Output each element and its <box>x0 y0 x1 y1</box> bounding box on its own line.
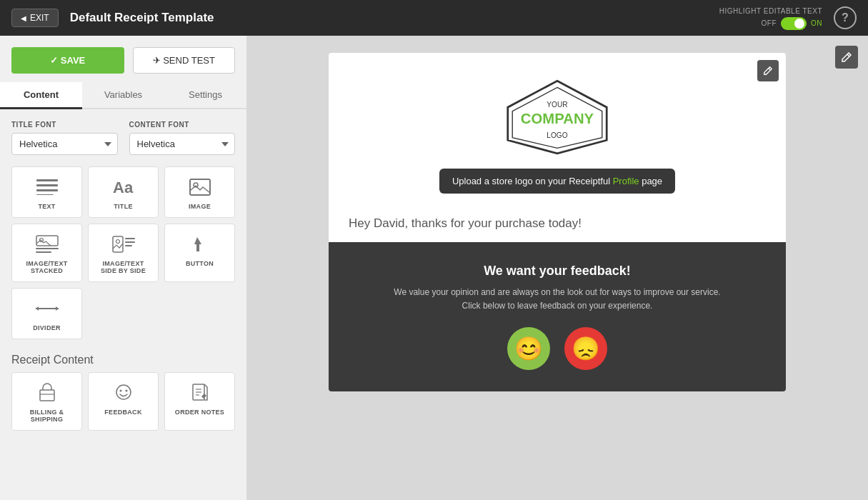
title-icon: Aa <box>113 177 134 197</box>
block-title-label: TITLE <box>114 203 133 210</box>
block-order-notes-label: ORDER NOTES <box>175 409 224 416</box>
image-text-stacked-icon <box>36 234 59 254</box>
button-icon <box>190 234 210 254</box>
svg-rect-15 <box>125 245 132 246</box>
svg-point-23 <box>125 390 127 392</box>
title-font-select[interactable]: Helvetica Arial Georgia <box>11 133 118 155</box>
svg-rect-9 <box>36 248 59 249</box>
logo-section: YOUR COMPANY LOGO Upload a store logo on… <box>329 53 786 208</box>
svg-rect-11 <box>113 236 123 252</box>
global-edit-button[interactable] <box>835 46 858 69</box>
svg-line-28 <box>847 54 849 56</box>
highlight-toggle[interactable] <box>781 17 807 30</box>
block-feedback-label: FEEDBACK <box>104 409 141 416</box>
greeting-section: Hey David, thanks for your purchase toda… <box>329 208 786 242</box>
svg-rect-1 <box>36 184 58 186</box>
profile-link[interactable]: Profile <box>613 176 639 186</box>
page-title: Default Receipt Template <box>70 11 708 25</box>
svg-text:YOUR: YOUR <box>547 101 567 109</box>
svg-rect-0 <box>36 179 58 181</box>
block-item-divider[interactable]: DIVIDER <box>11 288 82 339</box>
tab-variables[interactable]: Variables <box>82 82 164 109</box>
svg-rect-10 <box>36 251 51 253</box>
svg-rect-13 <box>125 238 135 239</box>
tab-content[interactable]: Content <box>0 82 82 109</box>
block-item-billing-shipping[interactable]: BILLING & SHIPPING <box>11 372 82 431</box>
block-item-feedback[interactable]: FEEDBACK <box>88 372 159 431</box>
save-button[interactable]: ✓ SAVE <box>11 47 124 74</box>
svg-text:Aa: Aa <box>113 179 134 196</box>
greeting-text: Hey David, thanks for your purchase toda… <box>349 216 766 231</box>
happy-emoji[interactable]: 😊 <box>507 327 550 370</box>
divider-icon <box>36 299 59 319</box>
svg-text:COMPANY: COMPANY <box>521 111 594 126</box>
exit-button[interactable]: EXIT <box>11 9 59 27</box>
block-item-order-notes[interactable]: ORDER NOTES <box>164 372 235 431</box>
svg-rect-3 <box>36 194 54 195</box>
svg-text:LOGO: LOGO <box>547 131 567 139</box>
block-billing-label: BILLING & SHIPPING <box>18 409 76 423</box>
image-text-side-icon <box>112 234 135 254</box>
svg-point-12 <box>116 240 119 244</box>
block-grid: TEXT Aa TITLE IMAGE IMAGE/T <box>0 166 246 345</box>
order-notes-icon <box>190 383 210 403</box>
svg-point-21 <box>116 385 131 399</box>
svg-marker-18 <box>56 306 59 311</box>
main-layout: ✓ SAVE ✈ SEND TEST Content Variables Set… <box>0 36 868 500</box>
block-image-label: IMAGE <box>189 203 211 210</box>
block-image-text-side-label: IMAGE/TEXT SIDE BY SIDE <box>94 260 152 274</box>
sad-emoji[interactable]: 😞 <box>564 327 607 370</box>
svg-rect-2 <box>36 189 58 191</box>
image-icon <box>189 177 211 197</box>
company-logo: YOUR COMPANY LOGO <box>489 74 625 160</box>
action-buttons: ✓ SAVE ✈ SEND TEST <box>0 36 246 82</box>
billing-shipping-icon <box>36 383 58 403</box>
block-item-text[interactable]: TEXT <box>11 166 82 218</box>
lines-icon <box>36 177 58 197</box>
title-font-group: TITLE FONT Helvetica Arial Georgia <box>11 121 118 155</box>
svg-rect-14 <box>125 241 135 243</box>
receipt-content-header: Receipt Content <box>0 345 246 372</box>
feedback-emojis: 😊 😞 <box>343 327 772 370</box>
feedback-icon <box>113 383 134 403</box>
left-panel: ✓ SAVE ✈ SEND TEST Content Variables Set… <box>0 36 246 500</box>
tab-settings[interactable]: Settings <box>164 82 246 109</box>
block-item-title[interactable]: Aa TITLE <box>88 166 159 218</box>
svg-rect-19 <box>40 390 54 401</box>
exit-label: EXIT <box>30 13 49 23</box>
font-section: TITLE FONT Helvetica Arial Georgia CONTE… <box>0 121 246 166</box>
block-divider-label: DIVIDER <box>33 324 61 331</box>
feedback-subtitle: We value your opinion and are always on … <box>343 286 772 313</box>
content-font-label: CONTENT FONT <box>129 121 236 129</box>
block-image-text-stacked-label: IMAGE/TEXT STACKED <box>18 260 76 274</box>
block-text-label: TEXT <box>38 203 55 210</box>
block-item-button[interactable]: BUTTON <box>164 224 235 282</box>
receipt-block-grid: BILLING & SHIPPING FEEDBACK ORDER NOTES <box>0 372 246 442</box>
tabs: Content Variables Settings <box>0 82 246 109</box>
block-button-label: BUTTON <box>186 260 214 267</box>
svg-point-22 <box>119 390 121 392</box>
block-item-image[interactable]: IMAGE <box>164 166 235 218</box>
block-item-image-text-side[interactable]: IMAGE/TEXT SIDE BY SIDE <box>88 224 159 282</box>
email-preview: YOUR COMPANY LOGO Upload a store logo on… <box>329 53 786 391</box>
feedback-title: We want your feedback! <box>343 264 772 279</box>
content-font-group: CONTENT FONT Helvetica Arial Georgia <box>129 121 236 155</box>
svg-marker-17 <box>36 306 39 311</box>
top-bar: EXIT Default Receipt Template HIGHLIGHT … <box>0 0 868 36</box>
block-item-image-text-stacked[interactable]: IMAGE/TEXT STACKED <box>11 224 82 282</box>
svg-rect-5 <box>190 179 210 195</box>
logo-tooltip: Upload a store logo on your Receiptful P… <box>439 169 675 194</box>
highlight-editable-text-label: HIGHLIGHT EDITABLE TEXT OFF ON <box>719 6 822 30</box>
content-font-select[interactable]: Helvetica Arial Georgia <box>129 133 236 155</box>
right-preview: YOUR COMPANY LOGO Upload a store logo on… <box>246 36 868 500</box>
send-test-button[interactable]: ✈ SEND TEST <box>133 47 236 74</box>
title-font-label: TITLE FONT <box>11 121 118 129</box>
feedback-section: We want your feedback! We value your opi… <box>329 242 786 391</box>
help-button[interactable]: ? <box>834 6 857 29</box>
